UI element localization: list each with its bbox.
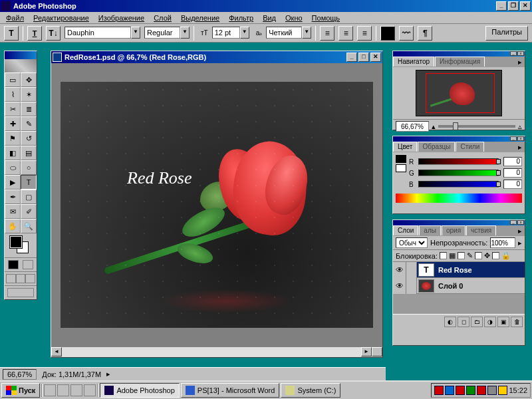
task-word[interactable]: PS[13] - Microsoft Word [181,383,280,398]
font-size-input[interactable] [212,27,240,39]
chevron-down-icon[interactable]: ▼ [240,27,249,39]
color-swatches[interactable] [5,233,37,257]
align-left-button[interactable]: ≡ [320,26,334,41]
tray-icon[interactable] [456,386,465,395]
r-value[interactable]: 0 [503,157,522,166]
navigator-viewbox[interactable] [426,73,495,113]
palette-close[interactable]: x [517,220,524,225]
tab-navigator[interactable]: Навигатор [393,57,434,66]
character-panel-button[interactable]: ¶ [418,26,432,41]
b-value[interactable]: 0 [503,180,522,189]
text-orientation-button[interactable]: T [27,26,42,41]
new-layer-button[interactable]: ▣ [497,317,509,327]
move-tool[interactable]: ✥ [21,72,37,87]
gradient-tool[interactable]: ▤ [21,146,37,160]
tab-color[interactable]: Цвет [393,142,417,152]
close-button[interactable]: ✕ [520,1,531,11]
zoom-in-icon[interactable]: ▵ [518,122,522,131]
layer-row[interactable]: 👁 Слой 0 [393,278,525,294]
font-style-dropdown[interactable]: ▼ [144,27,190,40]
tab-info[interactable]: Информация [435,57,485,66]
eraser-tool[interactable]: ◧ [5,146,21,160]
menu-layer[interactable]: Слой [150,13,175,23]
crop-tool[interactable]: ✂ [5,102,21,116]
layer-row[interactable]: 👁 T Red Rose [393,262,525,278]
zoom-tool[interactable]: 🔍 [21,219,37,233]
screen-mode-2[interactable] [16,274,26,283]
jump-to-button[interactable] [7,288,34,297]
chevron-down-icon[interactable]: ▼ [131,27,140,39]
align-right-button[interactable]: ≡ [357,26,372,41]
marquee-tool[interactable]: ▭ [5,72,21,87]
hand-tool[interactable]: ✋ [5,219,21,233]
menu-select[interactable]: Выделение [178,13,223,23]
palette-menu-icon[interactable]: ▸ [515,57,525,67]
lock-transparency[interactable] [440,252,447,259]
navigator-zoom-input[interactable] [396,121,429,132]
status-zoom[interactable]: 66,67% [3,369,37,380]
screen-mode-1[interactable] [6,274,16,283]
quicklaunch-desktop[interactable] [57,384,69,396]
eyedropper-tool[interactable]: ✐ [21,204,37,219]
color-foreground-swatch[interactable] [396,155,406,163]
tab-history[interactable]: чствия [466,225,496,235]
warp-text-button[interactable]: 〰 [399,26,414,41]
dodge-tool[interactable]: ○ [21,160,37,175]
menu-view[interactable]: Вид [259,13,279,23]
type-tool[interactable]: T [21,175,37,190]
notes-tool[interactable]: ✉ [5,204,21,219]
tab-layers[interactable]: Слои [393,225,418,235]
link-toggle[interactable] [406,262,417,278]
layer-name[interactable]: Red Rose [436,266,525,274]
task-explorer[interactable]: System (C:) [281,383,340,398]
color-spectrum[interactable] [396,194,522,203]
visibility-toggle[interactable]: 👁 [393,278,406,294]
palette-menu-icon[interactable]: ▸ [515,225,525,236]
tool-preset-button[interactable]: T [4,26,19,41]
lasso-tool[interactable]: ⌇ [5,87,21,102]
screen-mode-3[interactable] [25,274,35,283]
tray-lang-icon[interactable] [445,386,454,395]
doc-maximize-button[interactable]: □ [358,53,369,62]
canvas-area[interactable]: Red Rose [51,63,382,346]
blur-tool[interactable]: ⬭ [5,160,21,175]
document-titlebar[interactable]: RedRose1.psd @ 66,7% (Red Rose,RGB) _ □ … [51,51,382,63]
font-style-input[interactable] [144,27,180,39]
opacity-input[interactable] [490,237,515,248]
toolbox-titlebar[interactable] [5,51,37,59]
history-brush-tool[interactable]: ↺ [21,131,37,146]
palette-menu-icon[interactable]: ▸ [515,142,525,152]
palette-close[interactable]: x [517,136,524,141]
minimize-button[interactable]: _ [496,1,507,11]
color-background-swatch[interactable] [396,164,406,172]
font-family-input[interactable] [65,27,131,39]
standard-mode-button[interactable] [8,260,19,269]
magic-wand-tool[interactable]: ✶ [21,87,37,102]
font-family-dropdown[interactable]: ▼ [65,27,140,40]
lock-all[interactable] [492,252,499,259]
tray-volume-icon[interactable] [498,386,507,395]
b-slider[interactable] [418,181,499,188]
menu-edit[interactable]: Редактирование [30,13,92,23]
tray-icon[interactable] [487,386,497,395]
brush-tool[interactable]: ✎ [21,116,37,131]
palette-close[interactable]: x [517,51,524,56]
foreground-swatch[interactable] [10,236,22,248]
text-color-swatch[interactable] [380,26,395,41]
blend-mode-dropdown[interactable]: Обыч. [396,237,428,248]
opacity-arrow-icon[interactable]: ▸ [518,239,522,247]
maximize-button[interactable]: ❐ [508,1,519,11]
tab-paths[interactable]: ория [442,225,466,235]
healing-tool[interactable]: ✚ [5,116,21,131]
quicklaunch-oe[interactable] [70,384,82,396]
palette-minimize[interactable]: _ [510,136,517,141]
layer-set-button[interactable]: 🗀 [471,317,483,327]
tab-styles[interactable]: Стили [456,142,484,152]
palette-minimize[interactable]: _ [510,51,517,56]
tray-icon[interactable] [466,386,475,395]
zoom-out-icon[interactable]: ▴ [432,122,436,131]
tray-icon[interactable] [477,386,486,395]
palette-minimize[interactable]: _ [510,220,517,225]
menu-filter[interactable]: Фильтр [225,13,257,23]
navigator-zoom-slider[interactable] [438,125,515,128]
